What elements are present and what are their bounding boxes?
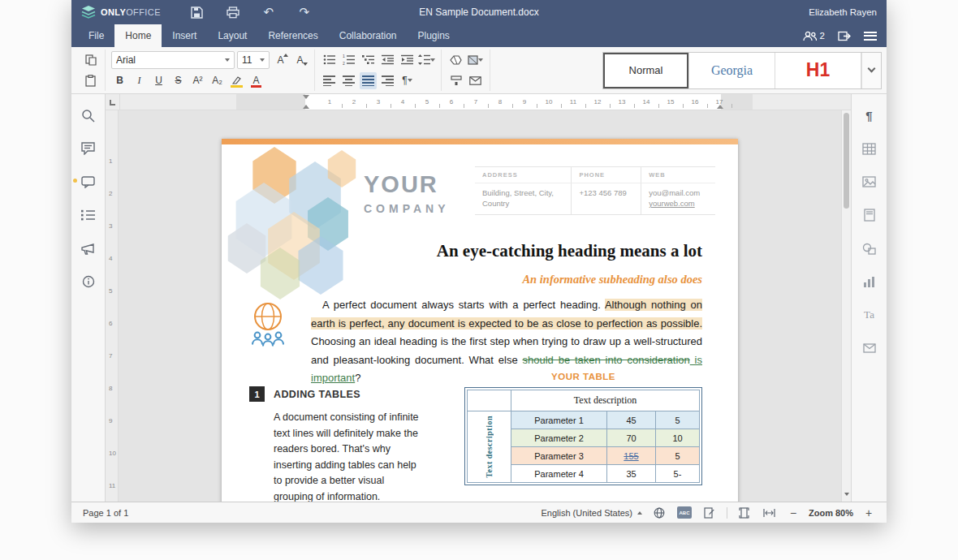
tab-references[interactable]: References	[257, 24, 328, 47]
table-cell-value2[interactable]: 5	[656, 411, 700, 429]
company-logo-text[interactable]: YOUR COMPANY	[364, 171, 450, 215]
decrease-font-button[interactable]: A	[291, 51, 309, 68]
align-center-button[interactable]	[340, 72, 357, 89]
font-size-select[interactable]: 11	[237, 51, 270, 69]
table-cell-name[interactable]: Parameter 1	[511, 411, 607, 429]
shading-color-button[interactable]	[467, 51, 484, 68]
horizontal-ruler[interactable]: 1234567891011121314151617	[120, 94, 851, 110]
justify-button[interactable]	[360, 72, 377, 89]
left-indent-marker[interactable]	[303, 105, 309, 109]
first-line-indent-marker[interactable]	[303, 95, 309, 99]
table-cell-value1[interactable]: 155	[607, 447, 656, 465]
scrollbar-thumb[interactable]	[844, 113, 849, 209]
right-indent-marker[interactable]	[717, 105, 723, 109]
table-caption[interactable]: YOUR TABLE	[464, 372, 702, 381]
text-art-settings-button[interactable]: Ta	[859, 305, 880, 325]
style-heading1[interactable]: H1	[775, 53, 861, 88]
font-name-select[interactable]: Arial	[111, 51, 235, 69]
search-button[interactable]	[78, 106, 99, 125]
paragraph-settings-button[interactable]: ¶	[859, 106, 880, 125]
image-settings-button[interactable]	[859, 172, 880, 192]
spellcheck-button[interactable]: ABC	[676, 506, 693, 520]
line-spacing-button[interactable]	[418, 51, 435, 68]
highlight-color-button[interactable]	[228, 72, 245, 89]
style-normal[interactable]: Normal	[603, 53, 689, 88]
language-selector[interactable]: English (United States)	[541, 508, 642, 518]
table-cell-name[interactable]: Parameter 2	[511, 429, 607, 447]
style-no-spacing[interactable]: Georgia	[689, 53, 775, 88]
scroll-down-arrow[interactable]	[844, 485, 849, 499]
align-left-button[interactable]	[321, 72, 338, 89]
parameters-table[interactable]: Text description Text description Parame…	[464, 387, 702, 485]
header-footer-settings-button[interactable]	[859, 205, 880, 225]
align-right-button[interactable]	[379, 72, 396, 89]
zoom-out-button[interactable]: −	[787, 506, 800, 519]
table-cell-name[interactable]: Parameter 4	[511, 465, 607, 483]
contact-info-table[interactable]: ADDRESS PHONE WEB Building, Street, City…	[475, 166, 715, 215]
print-button[interactable]	[224, 3, 242, 21]
feedback-button[interactable]	[78, 239, 99, 258]
contact-phone-value[interactable]: +123 456 789	[571, 183, 641, 214]
underline-button[interactable]: U	[150, 72, 167, 89]
superscript-button[interactable]: A²	[189, 72, 206, 89]
track-changes-button[interactable]	[701, 506, 718, 520]
bullet-list-button[interactable]	[321, 51, 338, 68]
table-cell-value2[interactable]: 5	[656, 447, 700, 465]
vertical-ruler[interactable]: 1234567891011	[106, 110, 119, 502]
mail-merge-button[interactable]	[467, 72, 484, 89]
italic-button[interactable]: I	[131, 72, 148, 89]
table-settings-button[interactable]	[859, 139, 880, 158]
strikethrough-button[interactable]: S	[170, 72, 187, 89]
table-cell-value2[interactable]: 10	[656, 429, 700, 447]
document-page[interactable]: YOUR COMPANY ADDRESS PHONE WEB Building,…	[222, 139, 738, 502]
redo-button[interactable]: ↷	[296, 3, 313, 21]
undo-button[interactable]: ↶	[260, 3, 278, 21]
zoom-in-button[interactable]: +	[862, 506, 875, 519]
mail-merge-settings-button[interactable]	[859, 338, 880, 358]
tab-file[interactable]: File	[78, 24, 114, 47]
style-gallery-expand-button[interactable]	[861, 53, 881, 88]
user-name[interactable]: Elizabeth Rayen	[809, 7, 877, 17]
contact-web-value[interactable]: you@mail.comyourweb.com	[641, 183, 715, 214]
increase-indent-button[interactable]	[399, 51, 416, 68]
table-side-label[interactable]: Text description	[468, 411, 511, 483]
table-cell-value2[interactable]: 5-	[656, 465, 700, 483]
contact-address-value[interactable]: Building, Street, City,Country	[475, 183, 571, 214]
about-button[interactable]	[78, 272, 99, 291]
document-canvas[interactable]: 1234567891011 YOUR COMPANY ADDRESS	[106, 110, 851, 502]
tab-insert[interactable]: Insert	[162, 24, 207, 47]
copy-button[interactable]	[82, 51, 99, 68]
section-number-badge[interactable]: 1	[249, 386, 265, 402]
multilevel-list-button[interactable]	[360, 51, 377, 68]
table-cell-value1[interactable]: 70	[607, 429, 656, 447]
increase-font-button[interactable]: A	[272, 51, 289, 68]
document-subheading[interactable]: An informative subheading also does	[522, 273, 702, 286]
share-button[interactable]	[838, 31, 851, 41]
subscript-button[interactable]: A₂	[209, 72, 226, 89]
copy-style-button[interactable]	[447, 72, 464, 89]
tab-plugins[interactable]: Plugins	[408, 24, 460, 47]
chart-settings-button[interactable]	[859, 272, 880, 291]
comments-button[interactable]	[78, 139, 99, 158]
tab-stop-selector[interactable]	[106, 94, 120, 110]
clear-style-button[interactable]	[447, 51, 464, 68]
table-cell-value1[interactable]: 35	[607, 465, 656, 483]
section-body-text[interactable]: A document consisting of infinite text l…	[274, 410, 420, 502]
vertical-scrollbar[interactable]	[841, 110, 851, 502]
fit-width-button[interactable]	[762, 506, 778, 520]
decrease-indent-button[interactable]	[379, 51, 396, 68]
bold-button[interactable]: B	[111, 72, 128, 89]
view-settings-button[interactable]	[864, 32, 877, 41]
table-corner-cell[interactable]	[468, 390, 511, 411]
document-heading[interactable]: An eye-catching heading means a lot	[311, 241, 702, 261]
users-button[interactable]: 2	[803, 31, 825, 41]
tab-layout[interactable]: Layout	[207, 24, 257, 47]
font-color-button[interactable]: A	[248, 72, 265, 89]
tab-collaboration[interactable]: Collaboration	[329, 24, 408, 47]
numbered-list-button[interactable]: 12	[340, 51, 357, 68]
paste-button[interactable]	[82, 72, 99, 89]
table-cell-value1[interactable]: 45	[607, 411, 656, 429]
table-cell-name[interactable]: Parameter 3	[511, 447, 607, 465]
set-language-button[interactable]	[651, 506, 667, 520]
navigation-button[interactable]	[78, 205, 99, 225]
